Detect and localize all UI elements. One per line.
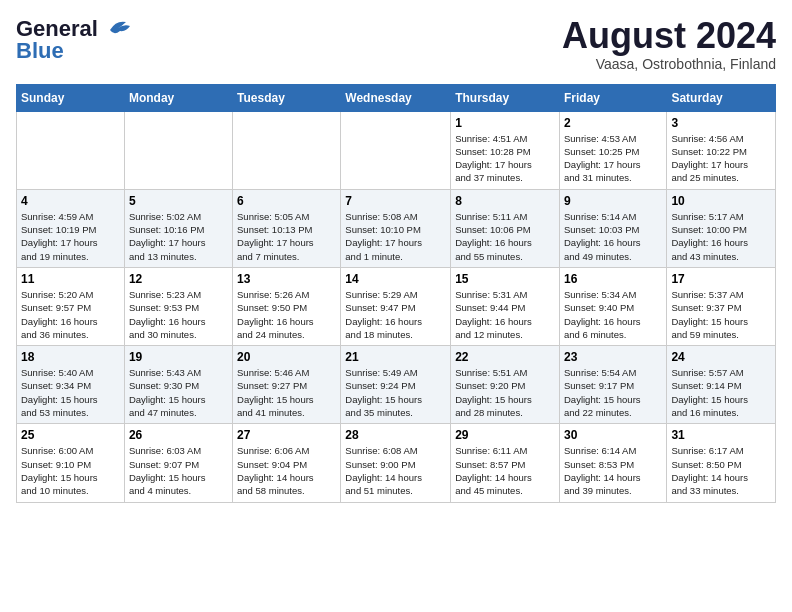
day-info: Sunrise: 5:43 AMSunset: 9:30 PMDaylight:… [129, 366, 228, 419]
day-number: 13 [237, 272, 336, 286]
day-number: 9 [564, 194, 662, 208]
calendar-cell: 27Sunrise: 6:06 AMSunset: 9:04 PMDayligh… [233, 424, 341, 502]
day-info: Sunrise: 4:59 AMSunset: 10:19 PMDaylight… [21, 210, 120, 263]
logo: General Blue [16, 16, 134, 64]
day-number: 11 [21, 272, 120, 286]
day-info: Sunrise: 5:51 AMSunset: 9:20 PMDaylight:… [455, 366, 555, 419]
day-number: 23 [564, 350, 662, 364]
day-info: Sunrise: 5:40 AMSunset: 9:34 PMDaylight:… [21, 366, 120, 419]
day-info: Sunrise: 5:23 AMSunset: 9:53 PMDaylight:… [129, 288, 228, 341]
day-info: Sunrise: 5:29 AMSunset: 9:47 PMDaylight:… [345, 288, 446, 341]
day-number: 12 [129, 272, 228, 286]
calendar-cell: 12Sunrise: 5:23 AMSunset: 9:53 PMDayligh… [124, 267, 232, 345]
calendar-cell: 5Sunrise: 5:02 AMSunset: 10:16 PMDayligh… [124, 189, 232, 267]
title-block: August 2024 Vaasa, Ostrobothnia, Finland [562, 16, 776, 72]
day-info: Sunrise: 5:02 AMSunset: 10:16 PMDaylight… [129, 210, 228, 263]
calendar-cell: 4Sunrise: 4:59 AMSunset: 10:19 PMDayligh… [17, 189, 125, 267]
day-number: 10 [671, 194, 771, 208]
calendar-cell: 16Sunrise: 5:34 AMSunset: 9:40 PMDayligh… [559, 267, 666, 345]
day-info: Sunrise: 5:49 AMSunset: 9:24 PMDaylight:… [345, 366, 446, 419]
calendar-cell: 22Sunrise: 5:51 AMSunset: 9:20 PMDayligh… [451, 346, 560, 424]
day-number: 6 [237, 194, 336, 208]
header-sunday: Sunday [17, 84, 125, 111]
day-number: 24 [671, 350, 771, 364]
day-number: 7 [345, 194, 446, 208]
day-number: 19 [129, 350, 228, 364]
calendar-cell: 10Sunrise: 5:17 AMSunset: 10:00 PMDaylig… [667, 189, 776, 267]
day-info: Sunrise: 5:54 AMSunset: 9:17 PMDaylight:… [564, 366, 662, 419]
calendar-cell: 11Sunrise: 5:20 AMSunset: 9:57 PMDayligh… [17, 267, 125, 345]
day-number: 14 [345, 272, 446, 286]
day-info: Sunrise: 6:17 AMSunset: 8:50 PMDaylight:… [671, 444, 771, 497]
day-number: 2 [564, 116, 662, 130]
calendar-cell: 24Sunrise: 5:57 AMSunset: 9:14 PMDayligh… [667, 346, 776, 424]
header-saturday: Saturday [667, 84, 776, 111]
calendar-cell: 26Sunrise: 6:03 AMSunset: 9:07 PMDayligh… [124, 424, 232, 502]
day-info: Sunrise: 5:11 AMSunset: 10:06 PMDaylight… [455, 210, 555, 263]
header-friday: Friday [559, 84, 666, 111]
day-info: Sunrise: 5:14 AMSunset: 10:03 PMDaylight… [564, 210, 662, 263]
day-info: Sunrise: 5:05 AMSunset: 10:13 PMDaylight… [237, 210, 336, 263]
day-number: 17 [671, 272, 771, 286]
calendar-cell: 29Sunrise: 6:11 AMSunset: 8:57 PMDayligh… [451, 424, 560, 502]
calendar-cell: 20Sunrise: 5:46 AMSunset: 9:27 PMDayligh… [233, 346, 341, 424]
day-info: Sunrise: 6:06 AMSunset: 9:04 PMDaylight:… [237, 444, 336, 497]
day-number: 22 [455, 350, 555, 364]
day-number: 4 [21, 194, 120, 208]
calendar-cell [124, 111, 232, 189]
day-info: Sunrise: 6:11 AMSunset: 8:57 PMDaylight:… [455, 444, 555, 497]
header-tuesday: Tuesday [233, 84, 341, 111]
week-row-3: 11Sunrise: 5:20 AMSunset: 9:57 PMDayligh… [17, 267, 776, 345]
day-number: 20 [237, 350, 336, 364]
week-row-1: 1Sunrise: 4:51 AMSunset: 10:28 PMDayligh… [17, 111, 776, 189]
day-number: 29 [455, 428, 555, 442]
day-number: 25 [21, 428, 120, 442]
day-number: 8 [455, 194, 555, 208]
day-number: 28 [345, 428, 446, 442]
day-number: 15 [455, 272, 555, 286]
calendar-cell: 15Sunrise: 5:31 AMSunset: 9:44 PMDayligh… [451, 267, 560, 345]
calendar-cell: 8Sunrise: 5:11 AMSunset: 10:06 PMDayligh… [451, 189, 560, 267]
calendar-cell: 6Sunrise: 5:05 AMSunset: 10:13 PMDayligh… [233, 189, 341, 267]
day-number: 31 [671, 428, 771, 442]
day-number: 21 [345, 350, 446, 364]
day-info: Sunrise: 5:57 AMSunset: 9:14 PMDaylight:… [671, 366, 771, 419]
day-number: 27 [237, 428, 336, 442]
day-number: 30 [564, 428, 662, 442]
day-info: Sunrise: 5:17 AMSunset: 10:00 PMDaylight… [671, 210, 771, 263]
logo-blue: Blue [16, 38, 64, 64]
day-info: Sunrise: 5:34 AMSunset: 9:40 PMDaylight:… [564, 288, 662, 341]
calendar-cell: 14Sunrise: 5:29 AMSunset: 9:47 PMDayligh… [341, 267, 451, 345]
calendar-cell: 21Sunrise: 5:49 AMSunset: 9:24 PMDayligh… [341, 346, 451, 424]
weekday-header-row: SundayMondayTuesdayWednesdayThursdayFrid… [17, 84, 776, 111]
day-info: Sunrise: 4:51 AMSunset: 10:28 PMDaylight… [455, 132, 555, 185]
day-number: 1 [455, 116, 555, 130]
calendar-cell: 17Sunrise: 5:37 AMSunset: 9:37 PMDayligh… [667, 267, 776, 345]
calendar-cell: 7Sunrise: 5:08 AMSunset: 10:10 PMDayligh… [341, 189, 451, 267]
calendar-cell: 1Sunrise: 4:51 AMSunset: 10:28 PMDayligh… [451, 111, 560, 189]
calendar-table: SundayMondayTuesdayWednesdayThursdayFrid… [16, 84, 776, 503]
day-info: Sunrise: 6:00 AMSunset: 9:10 PMDaylight:… [21, 444, 120, 497]
calendar-cell: 18Sunrise: 5:40 AMSunset: 9:34 PMDayligh… [17, 346, 125, 424]
day-info: Sunrise: 5:20 AMSunset: 9:57 PMDaylight:… [21, 288, 120, 341]
calendar-cell: 13Sunrise: 5:26 AMSunset: 9:50 PMDayligh… [233, 267, 341, 345]
location-subtitle: Vaasa, Ostrobothnia, Finland [562, 56, 776, 72]
day-info: Sunrise: 6:08 AMSunset: 9:00 PMDaylight:… [345, 444, 446, 497]
calendar-cell: 3Sunrise: 4:56 AMSunset: 10:22 PMDayligh… [667, 111, 776, 189]
header-thursday: Thursday [451, 84, 560, 111]
week-row-5: 25Sunrise: 6:00 AMSunset: 9:10 PMDayligh… [17, 424, 776, 502]
calendar-cell: 25Sunrise: 6:00 AMSunset: 9:10 PMDayligh… [17, 424, 125, 502]
day-info: Sunrise: 6:14 AMSunset: 8:53 PMDaylight:… [564, 444, 662, 497]
day-info: Sunrise: 5:26 AMSunset: 9:50 PMDaylight:… [237, 288, 336, 341]
calendar-cell: 30Sunrise: 6:14 AMSunset: 8:53 PMDayligh… [559, 424, 666, 502]
week-row-4: 18Sunrise: 5:40 AMSunset: 9:34 PMDayligh… [17, 346, 776, 424]
calendar-cell: 28Sunrise: 6:08 AMSunset: 9:00 PMDayligh… [341, 424, 451, 502]
calendar-cell: 9Sunrise: 5:14 AMSunset: 10:03 PMDayligh… [559, 189, 666, 267]
header-monday: Monday [124, 84, 232, 111]
page-header: General Blue August 2024 Vaasa, Ostrobot… [16, 16, 776, 72]
day-number: 26 [129, 428, 228, 442]
day-info: Sunrise: 5:46 AMSunset: 9:27 PMDaylight:… [237, 366, 336, 419]
header-wednesday: Wednesday [341, 84, 451, 111]
day-info: Sunrise: 4:56 AMSunset: 10:22 PMDaylight… [671, 132, 771, 185]
calendar-cell [341, 111, 451, 189]
